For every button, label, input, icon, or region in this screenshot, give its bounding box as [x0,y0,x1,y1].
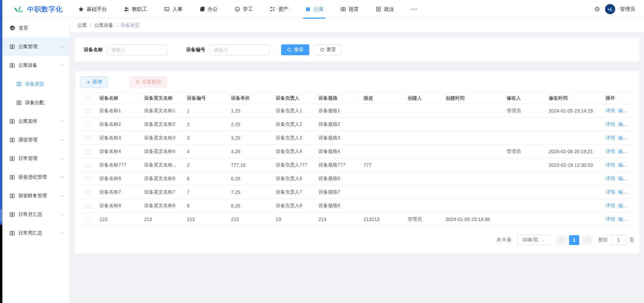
delete-link[interactable]: 删除 [630,162,634,167]
row-checkbox[interactable] [85,217,90,222]
chevron-down-icon [60,45,64,49]
row-checkbox[interactable] [85,109,90,114]
trash-icon [135,80,140,84]
sidebar-item-daily-management[interactable]: 日常管理 [2,149,70,168]
delete-link[interactable]: 删除 [630,216,634,222]
sidebar-item-daily-weekly-summary[interactable]: 日常周汇总 [2,224,70,242]
prev-page-button[interactable] [556,235,566,245]
col-header: 描述 [359,93,404,104]
sidebar-item-dorm-violation-management[interactable]: 宿舍违纪管理 [2,168,70,186]
nav-item-staff[interactable]: 教职工 [123,0,148,19]
cell-device-price: 4.25 [227,145,272,158]
left-edge-scroll-thumb[interactable] [1,209,2,222]
detail-link[interactable]: 详情 [606,108,615,113]
nav-item-assets[interactable]: 资产 [269,0,289,19]
detail-link[interactable]: 详情 [606,176,615,181]
delete-link[interactable]: 删除 [630,176,634,181]
table-row: 设备名称4 设备英文名称4 4 4.25 设备负责人4 设备规格4 管理员 20… [80,145,634,158]
brand[interactable]: 中职数字化 [13,5,63,14]
sidebar-item-home[interactable]: 首页 [2,19,70,37]
delete-link[interactable]: 删除 [630,189,634,195]
sidebar-item-dorm-finance-management[interactable]: 宿舍财务管理 [2,186,70,205]
row-checkbox[interactable] [85,122,90,127]
cell-device-spec: 213 [314,213,359,226]
sidebar-item-label: 设备类型 [25,81,64,87]
goto-page-input[interactable] [610,235,627,245]
cell-create-time [442,185,503,199]
page-number-1[interactable]: 1 [569,235,579,245]
batch-delete-button[interactable]: 批量删除 [130,77,167,87]
edit-link[interactable]: 编辑 [618,203,627,208]
nav-item-office[interactable]: 办公 [199,0,218,19]
cell-device-name: 设备名称3 [95,131,140,145]
edit-link[interactable]: 编辑 [618,216,627,222]
sidebar-item-daily-monthly-summary[interactable]: 日常月汇总 [2,205,70,224]
detail-link[interactable]: 详情 [606,203,615,208]
nav-item-label: 教职工 [132,6,147,13]
nav-item-student-affairs[interactable]: 学工 [234,0,254,19]
book-icon [9,44,15,49]
detail-link[interactable]: 详情 [606,135,615,140]
asset-icon [270,6,275,12]
edit-link[interactable]: 编辑 [618,189,627,195]
add-button[interactable]: 新增 [80,77,108,87]
col-header: 设备单价 [227,93,272,104]
nav-item-employment[interactable]: 就业 [375,0,395,19]
row-checkbox[interactable] [85,204,90,208]
search-button[interactable]: 搜索 [281,44,309,55]
delete-link[interactable]: 删除 [630,135,634,140]
edit-link[interactable]: 编辑 [618,162,627,167]
next-page-button[interactable] [582,235,592,245]
row-checkbox[interactable] [85,163,90,168]
delete-link[interactable]: 删除 [630,121,634,127]
device-code-input[interactable] [209,44,270,55]
avatar[interactable] [605,4,615,14]
edit-link[interactable]: 编辑 [618,121,627,127]
search-button-label: 搜索 [294,47,304,53]
row-checkbox[interactable] [85,136,90,141]
more-icon [411,6,417,12]
row-checkbox[interactable] [85,190,90,195]
nav-item-apartment[interactable]: 公寓 [305,0,324,19]
edit-link[interactable]: 编辑 [618,135,627,140]
cell-device-spec: 设备规格7 [314,185,359,199]
edit-link[interactable]: 编辑 [618,176,627,181]
page-size-select[interactable]: 10条/页 [517,235,551,245]
sidebar-item-equipment-allocation[interactable]: 设备分配 [2,93,70,112]
detail-link[interactable]: 详情 [606,148,615,154]
sidebar-item-apartment-arrangement[interactable]: 公寓安排 [2,112,70,130]
cell-creator [404,158,442,172]
detail-link[interactable]: 详情 [606,189,615,195]
row-checkbox[interactable] [85,177,90,181]
sidebar-item-apartment-management[interactable]: 公寓管理 [2,37,70,56]
gear-icon[interactable]: ⚙ [594,6,600,13]
cell-modify-time: 2024-01-05 23:14:29 [545,104,602,118]
detail-link[interactable]: 详情 [606,121,615,127]
nav-item-more[interactable] [410,0,421,19]
cell-modifier [503,158,545,172]
row-checkbox[interactable] [85,149,90,154]
delete-link[interactable]: 删除 [630,148,634,154]
reset-button[interactable]: 重置 [314,44,342,55]
table-row: 123 213 213 213 23 213 213213 管理员 2024-0… [80,213,634,226]
select-all-checkbox[interactable] [85,96,90,101]
device-name-input[interactable] [107,44,167,55]
cell-modify-time [545,172,602,185]
edit-link[interactable]: 编辑 [618,108,627,113]
avatar-leaf-icon [607,6,613,12]
nav-item-base-platform[interactable]: 基础平台 [78,0,108,19]
edit-link[interactable]: 编辑 [618,148,627,154]
username[interactable]: 管理员 [620,6,635,13]
detail-link[interactable]: 详情 [606,162,615,167]
breadcrumb-item[interactable]: 公寓设备 [94,22,113,28]
cell-device-spec: 设备规格1 [314,104,359,118]
nav-item-hr[interactable]: 人事 [163,0,183,19]
breadcrumb-item[interactable]: 公寓 [77,22,87,28]
sidebar-item-equipment-type[interactable]: 设备类型 [2,75,70,93]
delete-link[interactable]: 删除 [630,108,634,113]
detail-link[interactable]: 详情 [606,216,615,222]
sidebar-item-checkout-management[interactable]: 退宿管理 [2,130,70,149]
nav-item-moral-education[interactable]: 德育 [340,0,359,19]
sidebar-item-apartment-equipment[interactable]: 公寓设备 [2,56,70,75]
delete-link[interactable]: 删除 [630,203,634,208]
